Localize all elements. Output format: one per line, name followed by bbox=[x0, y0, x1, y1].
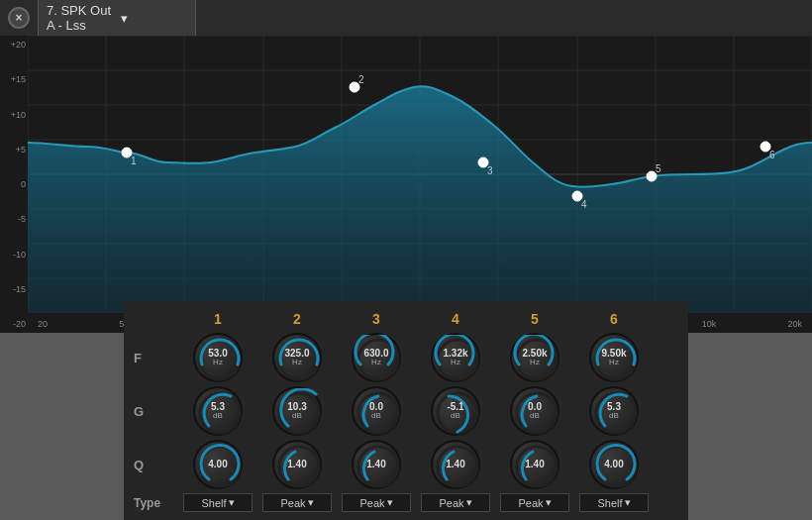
q-val-2: 1.40 bbox=[287, 460, 306, 469]
band-num-2: 2 bbox=[257, 311, 337, 327]
type-select-4[interactable]: Peak ▾ bbox=[421, 493, 490, 512]
gain-knob-2[interactable]: 10.3 dB bbox=[257, 386, 337, 436]
band-num-3: 3 bbox=[337, 311, 416, 327]
freq-unit-3: Hz bbox=[363, 359, 388, 366]
freq-unit-6: Hz bbox=[601, 359, 626, 366]
freq-unit-2: Hz bbox=[284, 359, 309, 366]
control-panel: 1 2 3 4 5 6 F 53.0 Hz bbox=[124, 301, 688, 520]
gain-unit-5: dB bbox=[528, 412, 542, 420]
top-bar: × 7. SPK Out A - Lss ▾ bbox=[0, 0, 812, 36]
freq-knob-4[interactable]: 1.32k Hz bbox=[416, 333, 495, 382]
y-label-15p: +15 bbox=[2, 74, 26, 84]
y-axis-labels: +20 +15 +10 +5 0 -5 -10 -15 -20 bbox=[0, 36, 28, 333]
freq-knob-2[interactable]: 325.0 Hz bbox=[257, 333, 337, 382]
q-val-3: 1.40 bbox=[366, 460, 385, 469]
gain-knob-5[interactable]: 0.0 dB bbox=[495, 386, 574, 436]
type-select-6[interactable]: Shelf ▾ bbox=[579, 493, 649, 512]
y-label-10p: +10 bbox=[2, 110, 26, 120]
gain-knob-1[interactable]: 5.3 dB bbox=[178, 386, 257, 436]
q-knob-4[interactable]: 1.40 bbox=[416, 440, 495, 489]
y-label-20p: +20 bbox=[2, 40, 26, 50]
eq-curve-area: 1 2 3 4 5 6 bbox=[28, 36, 812, 313]
q-row: Q 4.00 bbox=[134, 440, 678, 489]
gain-label: G bbox=[134, 404, 178, 419]
svg-text:1: 1 bbox=[131, 156, 137, 166]
gain-knob-4[interactable]: -5.1 dB bbox=[416, 386, 495, 436]
type-select-6-container: Shelf ▾ bbox=[574, 493, 654, 512]
q-val-4: 1.40 bbox=[446, 460, 464, 469]
close-button[interactable]: × bbox=[8, 7, 30, 29]
freq-knob-1[interactable]: 53.0 Hz bbox=[178, 333, 257, 382]
gain-unit-1: dB bbox=[211, 412, 225, 420]
q-val-5: 1.40 bbox=[525, 460, 544, 469]
freq-knob-5[interactable]: 2.50k Hz bbox=[495, 333, 574, 382]
band-num-6: 6 bbox=[574, 311, 654, 327]
freq-knob-3[interactable]: 630.0 Hz bbox=[337, 333, 416, 382]
type-select-2[interactable]: Peak ▾ bbox=[262, 493, 332, 512]
gain-knob-3[interactable]: 0.0 dB bbox=[337, 386, 416, 436]
svg-text:2: 2 bbox=[358, 74, 364, 85]
main-container: × 7. SPK Out A - Lss ▾ +20 +15 +10 +5 0 … bbox=[0, 0, 812, 520]
y-label-0: 0 bbox=[2, 179, 26, 189]
svg-text:5: 5 bbox=[656, 163, 661, 174]
q-knob-3[interactable]: 1.40 bbox=[337, 440, 416, 489]
gain-row: G 5.3 dB bbox=[134, 386, 678, 436]
type-select-4-container: Peak ▾ bbox=[416, 493, 495, 512]
svg-text:4: 4 bbox=[581, 199, 587, 210]
band-num-1: 1 bbox=[178, 311, 257, 327]
band-num-4: 4 bbox=[416, 311, 495, 327]
freq-unit-4: Hz bbox=[443, 359, 467, 366]
q-knob-2[interactable]: 1.40 bbox=[257, 440, 337, 489]
q-knob-6[interactable]: 4.00 bbox=[574, 440, 654, 489]
q-label: Q bbox=[134, 458, 178, 472]
band-num-5: 5 bbox=[495, 311, 574, 327]
freq-label: F bbox=[134, 351, 178, 365]
y-label-5p: +5 bbox=[2, 145, 26, 155]
preset-name: 7. SPK Out A - Lss bbox=[47, 3, 113, 33]
type-select-2-container: Peak ▾ bbox=[257, 493, 337, 512]
y-label-10n: -10 bbox=[2, 250, 26, 260]
y-label-15n: -15 bbox=[2, 284, 26, 294]
freq-row: F 53.0 Hz bbox=[134, 333, 678, 382]
type-select-1-container: Shelf ▾ bbox=[178, 493, 257, 512]
eq-display: +20 +15 +10 +5 0 -5 -10 -15 -20 bbox=[0, 36, 812, 333]
svg-text:3: 3 bbox=[487, 165, 493, 176]
type-select-5-container: Peak ▾ bbox=[495, 493, 574, 512]
svg-text:6: 6 bbox=[769, 150, 775, 160]
q-val-1: 4.00 bbox=[208, 460, 227, 469]
type-select-1[interactable]: Shelf ▾ bbox=[183, 493, 253, 512]
y-label-5n: -5 bbox=[2, 214, 26, 224]
preset-selector[interactable]: 7. SPK Out A - Lss ▾ bbox=[38, 0, 196, 37]
freq-knob-6[interactable]: 9.50k Hz bbox=[574, 333, 654, 382]
band-numbers-row: 1 2 3 4 5 6 bbox=[178, 311, 678, 327]
x-label-20k: 20k bbox=[787, 319, 802, 329]
type-row: Type Shelf ▾ Peak ▾ Peak ▾ bbox=[134, 493, 678, 512]
freq-unit-1: Hz bbox=[208, 359, 227, 366]
type-label: Type bbox=[134, 496, 178, 510]
dropdown-icon: ▾ bbox=[121, 11, 187, 26]
x-label-20: 20 bbox=[38, 319, 48, 329]
freq-unit-5: Hz bbox=[522, 359, 547, 366]
y-label-20n: -20 bbox=[2, 319, 26, 329]
gain-unit-6: dB bbox=[607, 412, 621, 420]
x-label-10k: 10k bbox=[702, 319, 717, 329]
q-knob-5[interactable]: 1.40 bbox=[495, 440, 574, 489]
type-select-5[interactable]: Peak ▾ bbox=[500, 493, 569, 512]
eq-curve-svg: 1 2 3 4 5 6 bbox=[28, 36, 812, 313]
type-select-3-container: Peak ▾ bbox=[337, 493, 416, 512]
gain-unit-4: dB bbox=[447, 412, 463, 420]
gain-knob-6[interactable]: 5.3 dB bbox=[574, 386, 654, 436]
gain-unit-2: dB bbox=[287, 412, 306, 420]
type-select-3[interactable]: Peak ▾ bbox=[342, 493, 411, 512]
gain-unit-3: dB bbox=[369, 412, 383, 420]
q-val-6: 4.00 bbox=[604, 460, 623, 469]
q-knob-1[interactable]: 4.00 bbox=[178, 440, 257, 489]
